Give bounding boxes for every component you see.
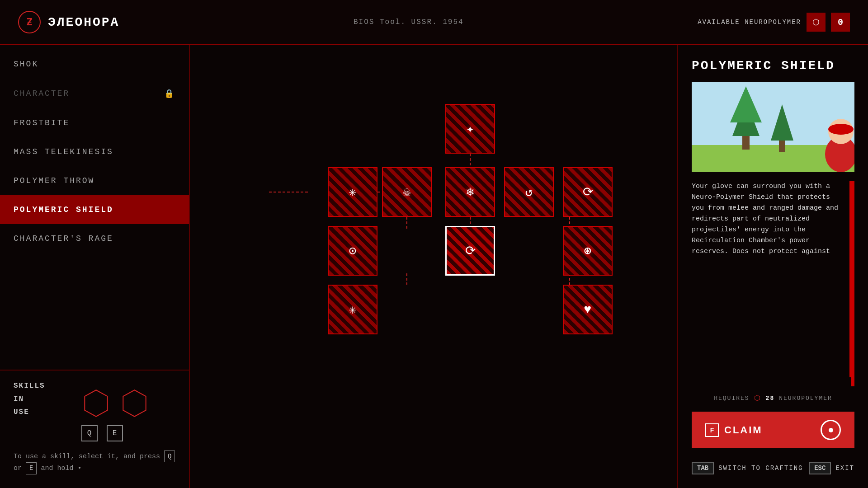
esc-label: EXIT — [835, 465, 854, 472]
requires-label: REQUIRES — [714, 395, 749, 402]
claim-text: CLAIM — [724, 424, 763, 436]
claim-button[interactable]: F CLAIM — [692, 412, 854, 448]
svg-rect-19 — [779, 141, 785, 152]
hex-slot-e — [120, 389, 149, 418]
sidebar-item-character[interactable]: CHARACTER 🔒 — [0, 79, 189, 108]
hint-key-e: E — [26, 462, 37, 474]
sidebar-item-frostbite[interactable]: FROSTBITE — [0, 108, 189, 137]
tab-label: SWITCH TO CRAFTING — [718, 465, 803, 472]
requires-amount: 28 — [766, 395, 775, 402]
neuro-icon-box: ⬡ — [807, 13, 826, 32]
node-r2-2[interactable]: ☠ — [382, 167, 432, 217]
skill-tree: ✦ ✳ ☠ ❄ ↺ ⟳ ⊙ ⟳ — [190, 45, 677, 488]
bottom-buttons: TAB SWITCH TO CRAFTING ESC EXIT — [692, 462, 854, 474]
sidebar-item-polymeric-shield[interactable]: POLYMERIC SHIELD — [0, 195, 189, 224]
center-panel: ✦ ✳ ☠ ❄ ↺ ⟳ ⊙ ⟳ — [190, 45, 678, 488]
skill-image — [692, 82, 854, 172]
hex-slot-q — [81, 389, 111, 418]
skill-hint: To use a skill, select it, and press Q o… — [14, 450, 175, 474]
svg-rect-17 — [742, 136, 750, 150]
logo-icon: Ƶ — [18, 11, 41, 33]
right-panel: POLYMERIC SHIELD — [678, 45, 868, 488]
top-bar: Ƶ ЭЛЕОНОРА BIOS Tool. USSR. 1954 AVAILAB… — [0, 0, 868, 45]
esc-button[interactable]: ESC EXIT — [809, 462, 854, 474]
neuro-label: AVAILABLE NEUROPOLYMER — [698, 19, 801, 26]
subtitle: BIOS Tool. USSR. 1954 — [354, 18, 464, 26]
sidebar-item-polymer-throw[interactable]: POLYMER THROW — [0, 166, 189, 195]
top-bar-left: Ƶ ЭЛЕОНОРА — [18, 11, 119, 33]
svg-marker-1 — [123, 390, 146, 417]
requires-icon: ⬡ — [754, 394, 761, 403]
node-r4-1[interactable]: ✳ — [328, 285, 377, 334]
esc-key: ESC — [809, 462, 831, 474]
neuro-count: 0 — [831, 13, 850, 32]
character-name: ЭЛЕОНОРА — [48, 15, 119, 29]
skill-description: Your glove can surround you with a Neuro… — [692, 181, 851, 377]
skills-in-use-label: SKILLS IN USE — [14, 380, 45, 418]
hint-key-q: Q — [164, 450, 175, 462]
tab-button[interactable]: TAB SWITCH TO CRAFTING — [692, 462, 803, 474]
claim-circle — [821, 420, 841, 440]
node-r2-3[interactable]: ❄ — [445, 167, 495, 217]
node-r2-1[interactable]: ✳ — [328, 167, 377, 217]
claim-f-badge: F — [705, 423, 719, 437]
cartoon-bg — [692, 82, 854, 172]
skills-bottom: SKILLS IN USE — [0, 371, 189, 488]
tab-key: TAB — [692, 462, 714, 474]
key-badges: Q E — [81, 422, 149, 441]
requires-row: REQUIRES ⬡ 28 NEUROPOLYMER — [692, 394, 854, 403]
hex-slots — [81, 389, 149, 418]
node-r2-5[interactable]: ⟳ — [563, 167, 613, 217]
node-r3-1[interactable]: ⊙ — [328, 226, 377, 276]
node-r2-4[interactable]: ↺ — [504, 167, 554, 217]
sidebar-item-shok[interactable]: SHOK — [0, 50, 189, 79]
main-layout: SHOK CHARACTER 🔒 FROSTBITE MASS TELEKINE… — [0, 45, 868, 488]
desc-scrollbar[interactable] — [851, 181, 854, 386]
requires-unit: NEUROPOLYMER — [779, 395, 832, 402]
key-e: E — [107, 425, 123, 441]
cartoon-scene — [692, 82, 854, 172]
node-r3-3[interactable]: ⊛ — [563, 226, 613, 276]
left-panel: SHOK CHARACTER 🔒 FROSTBITE MASS TELEKINE… — [0, 45, 190, 488]
svg-marker-0 — [85, 390, 107, 417]
svg-point-22 — [828, 124, 854, 135]
skill-detail-title: POLYMERIC SHIELD — [692, 59, 854, 73]
node-r4-2[interactable]: ♥ — [563, 285, 613, 334]
top-right: AVAILABLE NEUROPOLYMER ⬡ 0 — [698, 13, 850, 32]
node-r3-2[interactable]: ⟳ — [445, 226, 495, 276]
lock-icon: 🔒 — [164, 89, 175, 99]
sidebar-item-mass-telekinesis[interactable]: MASS TELEKINESIS — [0, 137, 189, 166]
key-q: Q — [81, 425, 98, 441]
skills-list: SHOK CHARACTER 🔒 FROSTBITE MASS TELEKINE… — [0, 45, 189, 371]
sidebar-item-characters-rage[interactable]: CHARACTER'S RAGE — [0, 224, 189, 253]
claim-dot — [829, 428, 833, 432]
node-top[interactable]: ✦ — [445, 104, 495, 154]
